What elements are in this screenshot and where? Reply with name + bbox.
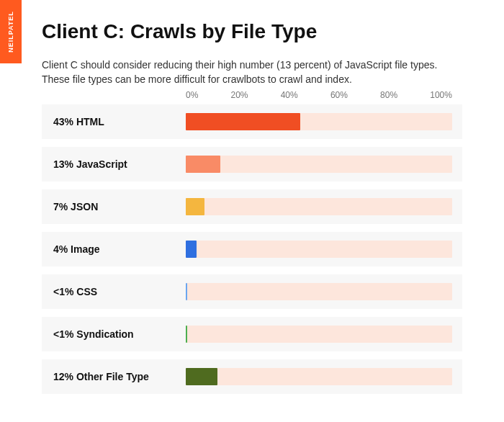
axis-tick: 80% bbox=[380, 90, 397, 100]
axis-tick: 60% bbox=[330, 90, 348, 100]
bar-fill bbox=[186, 241, 197, 258]
brand-tab-label: NEILPATEL bbox=[7, 11, 14, 53]
bar-track bbox=[186, 156, 452, 173]
bar-row: <1% CSS bbox=[42, 274, 462, 309]
bar-row: 12% Other File Type bbox=[42, 359, 462, 394]
axis-tick: 20% bbox=[231, 90, 248, 100]
bar-fill bbox=[186, 198, 204, 215]
axis-tick: 40% bbox=[281, 90, 298, 100]
brand-tab: NEILPATEL bbox=[0, 0, 22, 63]
bar-fill bbox=[186, 283, 187, 300]
chart-description: Client C should consider reducing their … bbox=[42, 58, 462, 87]
bar-fill bbox=[186, 113, 300, 130]
bar-track bbox=[186, 283, 452, 300]
bar-track bbox=[186, 368, 452, 385]
bar-label: 12% Other File Type bbox=[49, 371, 186, 382]
axis-tick: 100% bbox=[430, 90, 452, 100]
bar-row: 43% HTML bbox=[42, 104, 462, 139]
bar-label: 13% JavaScript bbox=[49, 158, 186, 170]
bar-label: 4% Image bbox=[49, 243, 186, 255]
page-title: Client C: Crawls by File Type bbox=[42, 20, 462, 43]
bar-track bbox=[186, 326, 452, 343]
chart-container: Client C: Crawls by File Type Client C s… bbox=[0, 0, 504, 416]
bar-fill bbox=[186, 326, 187, 343]
axis-tick: 0% bbox=[186, 90, 198, 100]
bar-label: <1% CSS bbox=[49, 286, 186, 297]
bar-track bbox=[186, 241, 452, 258]
x-axis: 0% 20% 40% 60% 80% 100% bbox=[186, 90, 452, 104]
bar-fill bbox=[186, 156, 220, 173]
bar-rows: 43% HTML13% JavaScript7% JSON4% Image<1%… bbox=[42, 104, 462, 394]
bar-row: 7% JSON bbox=[42, 189, 462, 224]
bar-label: 7% JSON bbox=[49, 201, 186, 212]
bar-label: <1% Syndication bbox=[49, 328, 186, 340]
bar-row: 4% Image bbox=[42, 232, 462, 266]
chart-area: 0% 20% 40% 60% 80% 100% 43% HTML13% Java… bbox=[42, 90, 462, 394]
bar-label: 43% HTML bbox=[49, 116, 186, 127]
bar-fill bbox=[186, 368, 217, 385]
bar-row: 13% JavaScript bbox=[42, 147, 462, 181]
bar-track bbox=[186, 113, 452, 130]
bar-row: <1% Syndication bbox=[42, 317, 462, 351]
bar-track bbox=[186, 198, 452, 215]
